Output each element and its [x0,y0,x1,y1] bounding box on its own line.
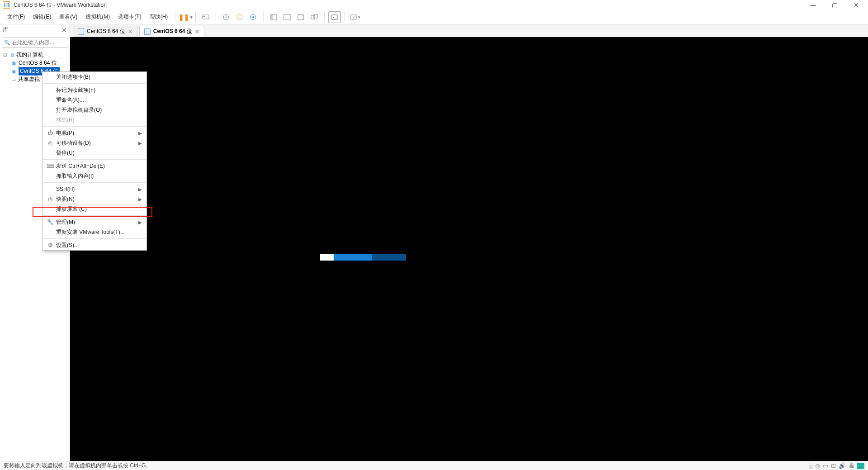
snapshot-icon: ◷ [46,196,54,202]
status-bar: 要将输入定向到该虚拟机，请在虚拟机内部单击或按 Ctrl+G。 ⌼ ◎ ▭ ⊡ … [0,461,868,470]
menu-bar: 文件(F) 编辑(E) 查看(V) 虚拟机(M) 选项卡(T) 帮助(H) ❚❚… [0,10,868,24]
menu-help[interactable]: 帮助(H) [146,11,172,23]
vm-icon [78,28,84,35]
tree-label: 共享虚拟 [18,76,40,83]
menu-vm[interactable]: 虚拟机(M) [82,11,113,23]
view-console-button[interactable] [281,11,293,23]
separator [324,12,325,22]
submenu-arrow-icon: ▶ [138,141,142,146]
tab-label: CentOS 6 64 位 [153,28,192,35]
vm-console[interactable] [70,37,868,461]
separator [43,83,146,84]
vm-icon: ▣ [11,68,17,74]
tray-message-icon[interactable] [857,463,864,469]
keyboard-icon: ⌨ [46,163,54,169]
separator [344,12,345,22]
view-stretch-button[interactable]: ▾ [349,11,361,23]
sidebar-search[interactable]: 🔍 ▼ [2,38,68,47]
power-icon: ⏻ [46,130,54,136]
tab-centos8[interactable]: CentOS 8 64 位 ✕ [73,26,137,37]
view-fullscreen-button[interactable] [294,11,307,23]
svg-rect-1 [203,16,205,17]
svg-rect-7 [270,14,273,20]
expand-icon[interactable] [5,77,9,82]
separator [43,215,146,216]
submenu-arrow-icon: ▶ [138,131,142,136]
view-sidebar-button[interactable] [267,11,280,23]
send-cad-toolbar-button[interactable] [199,11,212,23]
ctx-send-cad[interactable]: ⌨ 发送 Ctrl+Alt+Del(E) [42,161,146,171]
submenu-arrow-icon: ▶ [138,197,142,202]
shared-icon: ▭ [10,76,17,82]
ctx-capture-screen[interactable]: 捕获屏幕 (C) [42,204,146,214]
tray-sound-icon[interactable]: 🔊 [839,462,846,469]
tab-bar: CentOS 8 64 位 ✕ CentOS 6 64 位 ✕ [70,24,868,37]
collapse-icon[interactable]: ⊟ [3,52,7,57]
view-unity-button[interactable] [308,11,321,23]
pause-toolbar-button[interactable]: ❚❚▾ [179,11,192,23]
sidebar-close-button[interactable]: ✕ [61,27,67,34]
vm-icon [144,28,151,35]
snapshot-take-button[interactable] [220,11,232,23]
menu-edit[interactable]: 编辑(E) [29,11,55,23]
tray-network-icon[interactable]: ⊡ [831,462,836,469]
separator [175,12,175,22]
menu-view[interactable]: 查看(V) [56,11,81,23]
tree-label: CentOS 8 64 位 [19,59,57,67]
ctx-snapshot[interactable]: ◷ 快照(N) ▶ [42,194,146,204]
settings-icon: ⚙ [46,242,54,248]
close-button[interactable]: ✕ [851,1,862,9]
window-title: CentOS 6 64 位 - VMware Workstation [14,1,107,9]
snapshot-revert-button[interactable] [233,11,246,23]
tray-printer-icon[interactable]: 🖶 [849,462,854,469]
tray-floppy-icon[interactable]: ▭ [823,462,828,469]
svg-rect-8 [284,14,290,20]
tree-label: 我的计算机 [16,51,43,59]
wrench-icon: 🔧 [46,219,54,225]
ctx-open-vm-dir[interactable]: 打开虚拟机目录(O) [42,105,146,115]
ctx-removable-devices[interactable]: ◎ 可移动设备(D) ▶ [42,138,146,148]
content-area: CentOS 8 64 位 ✕ CentOS 6 64 位 ✕ [70,24,868,461]
maximize-button[interactable]: ▢ [829,1,840,9]
ctx-settings[interactable]: ⚙ 设置(S)... [42,240,146,250]
tree-vm-centos8[interactable]: ▣ CentOS 8 64 位 [1,59,69,67]
svg-point-5 [252,16,254,18]
svg-point-3 [237,14,242,20]
minimize-button[interactable]: — [807,1,818,9]
svg-rect-10 [311,15,315,19]
separator [43,126,146,127]
ctx-mark-favorite[interactable]: 标记为收藏项(F) [42,85,146,95]
svg-rect-11 [314,14,317,18]
separator [195,12,196,22]
status-tray: ⌼ ◎ ▭ ⊡ 🔊 🖶 [809,462,864,469]
tab-centos6[interactable]: CentOS 6 64 位 ✕ [139,26,204,37]
ctx-remove: 移除(R) [42,115,146,125]
boot-progress-bar [320,254,406,261]
menu-file[interactable]: 文件(F) [4,11,28,23]
search-input[interactable] [12,39,80,46]
menu-tabs[interactable]: 选项卡(T) [114,11,145,23]
ctx-close-tab[interactable]: 关闭选项卡(B) [42,72,146,82]
tree-root-my-computer[interactable]: ⊟ 🖥 我的计算机 [1,51,69,59]
snapshot-manager-button[interactable] [247,11,259,23]
svg-rect-0 [203,15,209,19]
search-icon: 🔍 [4,40,10,46]
tray-cd-icon[interactable]: ◎ [815,462,820,469]
separator [43,238,146,239]
ctx-manage[interactable]: 🔧 管理(M) ▶ [42,217,146,227]
tab-close-button[interactable]: ✕ [128,28,132,35]
sidebar-title: 库 [3,26,8,34]
tray-disk-icon[interactable]: ⌼ [809,462,812,469]
submenu-arrow-icon: ▶ [138,220,142,225]
ctx-grab-input[interactable]: 抓取输入内容(I) [42,171,146,181]
view-console-only-button[interactable] [328,11,341,23]
separator [216,12,216,22]
ctx-rename[interactable]: 重命名(A)... [42,95,146,105]
tab-close-button[interactable]: ✕ [195,28,199,35]
ctx-power[interactable]: ⏻ 电源(P) ▶ [42,128,146,138]
separator [43,182,146,183]
ctx-pause[interactable]: 暂停(U) [42,148,146,158]
vm-icon: ▣ [11,60,17,66]
ctx-reinstall-vmware-tools[interactable]: 重新安装 VMware Tools(T)... [42,227,146,237]
ctx-ssh[interactable]: SSH(H) ▶ [42,184,146,194]
